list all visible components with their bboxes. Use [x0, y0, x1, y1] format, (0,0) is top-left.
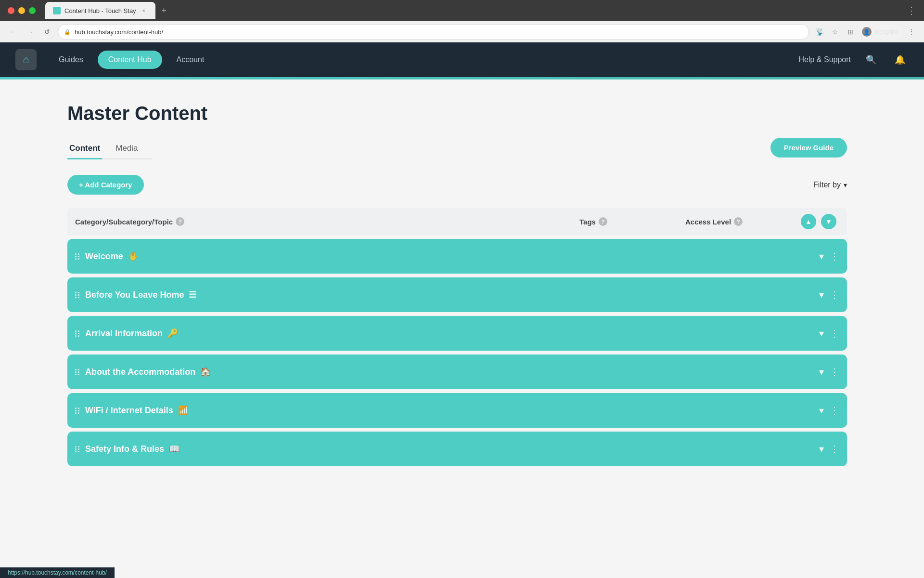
category-list: Welcome ✋ ▾ ⋮ Before You Leave Home ☰ [67, 239, 847, 466]
tab-media[interactable]: Media [114, 139, 140, 159]
category-more-before[interactable]: ⋮ [830, 289, 839, 301]
category-row-accommodation[interactable]: About the Accommodation 🏠 ▾ ⋮ [67, 355, 847, 389]
top-bar: + Add Category Filter by ▾ [67, 175, 847, 195]
filter-by-chevron-icon: ▾ [844, 181, 847, 189]
page-content: Master Content Content Media Preview Gui… [0, 79, 924, 489]
status-bar: https://hub.touchstay.com/content-hub/ [0, 567, 115, 578]
sort-buttons: ▲ ▼ [801, 214, 839, 229]
category-name-safety: Safety Info & Rules 📖 [85, 444, 819, 454]
col1-info-icon[interactable]: ? [176, 217, 184, 226]
category-row-welcome[interactable]: Welcome ✋ ▾ ⋮ [67, 239, 847, 274]
sort-up-button[interactable]: ▲ [801, 214, 816, 229]
status-bar-url: https://hub.touchstay.com/content-hub/ [8, 569, 107, 576]
filter-by-label: Filter by [813, 181, 841, 189]
preview-guide-button[interactable]: Preview Guide [770, 138, 847, 158]
nav-account[interactable]: Account [166, 51, 215, 69]
bookmark-button[interactable]: ☆ [828, 25, 842, 39]
minimize-window-button[interactable] [18, 7, 25, 14]
notifications-button[interactable]: 🔔 [891, 51, 909, 68]
incognito-badge: 👤 Incognito [859, 26, 903, 38]
forward-button[interactable]: → [23, 25, 37, 39]
browser-titlebar: Content Hub - Touch Stay × + ⋮ [0, 0, 924, 21]
back-button[interactable]: ← [6, 25, 19, 39]
category-more-accommodation[interactable]: ⋮ [830, 366, 839, 378]
add-category-button[interactable]: + Add Category [67, 175, 144, 195]
drag-handle-accommodation[interactable] [75, 369, 79, 375]
category-expand-before[interactable]: ▾ [819, 289, 824, 301]
address-bar[interactable]: 🔒 hub.touchstay.com/content-hub/ [58, 24, 809, 39]
col-header-tags: Tags ? [579, 217, 685, 226]
table-header: Category/Subcategory/Topic ? Tags ? Acce… [67, 208, 847, 235]
drag-handle-before[interactable] [75, 292, 79, 298]
col3-info-icon[interactable]: ? [734, 217, 743, 226]
category-more-arrival[interactable]: ⋮ [830, 328, 839, 339]
maximize-window-button[interactable] [29, 7, 36, 14]
category-row-safety[interactable]: Safety Info & Rules 📖 ▾ ⋮ [67, 432, 847, 466]
category-expand-accommodation[interactable]: ▾ [819, 366, 824, 378]
category-expand-welcome[interactable]: ▾ [819, 250, 824, 262]
filter-by-dropdown[interactable]: Filter by ▾ [813, 181, 847, 189]
browser-chrome: Content Hub - Touch Stay × + ⋮ ← → ↺ 🔒 h… [0, 0, 924, 578]
tab-title: Content Hub - Touch Stay [64, 7, 136, 14]
category-expand-wifi[interactable]: ▾ [819, 405, 824, 416]
drag-handle-arrival[interactable] [75, 330, 79, 337]
new-tab-button[interactable]: + [157, 4, 171, 17]
reload-button[interactable]: ↺ [40, 25, 54, 39]
category-more-wifi[interactable]: ⋮ [830, 405, 839, 416]
category-expand-safety[interactable]: ▾ [819, 443, 824, 455]
category-row-wifi[interactable]: WiFi / Internet Details 📶 ▾ ⋮ [67, 393, 847, 428]
col-header-category: Category/Subcategory/Topic ? [75, 217, 579, 226]
url-display: hub.touchstay.com/content-hub/ [75, 28, 803, 36]
browser-menu-button[interactable]: ⋮ [907, 5, 916, 16]
tab-content[interactable]: Content [67, 139, 102, 159]
arrival-icon: 🔑 [167, 328, 178, 339]
before-icon: ☰ [189, 289, 196, 300]
window-controls [8, 7, 36, 14]
lock-icon: 🔒 [64, 29, 71, 35]
category-more-safety[interactable]: ⋮ [830, 443, 839, 455]
nav-links: Guides Content Hub Account [48, 51, 798, 69]
close-window-button[interactable] [8, 7, 14, 14]
nav-guides[interactable]: Guides [48, 51, 94, 69]
incognito-label: Incognito [874, 28, 898, 35]
search-button[interactable]: 🔍 [862, 51, 880, 68]
category-expand-arrival[interactable]: ▾ [819, 328, 824, 339]
safety-icon: 📖 [169, 444, 180, 454]
accommodation-icon: 🏠 [200, 367, 211, 377]
browser-more-button[interactable]: ⋮ [905, 25, 918, 39]
content-tabs: Content Media [67, 139, 152, 159]
drag-handle-wifi[interactable] [75, 407, 79, 414]
col-header-access: Access Level ? [685, 217, 801, 226]
cast-button[interactable]: 📡 [813, 25, 826, 39]
active-tab[interactable]: Content Hub - Touch Stay × [45, 2, 155, 19]
page-title: Master Content [67, 103, 847, 124]
category-row-before-you-leave[interactable]: Before You Leave Home ☰ ▾ ⋮ [67, 277, 847, 312]
nav-right: Help & Support 🔍 🔔 [798, 51, 909, 68]
tab-close-button[interactable]: × [140, 7, 148, 14]
tab-bar: Content Hub - Touch Stay × + [45, 2, 901, 19]
category-name-arrival: Arrival Information 🔑 [85, 328, 819, 339]
toolbar-actions: 📡 ☆ ⊞ 👤 Incognito ⋮ [813, 25, 918, 39]
wifi-icon: 📶 [178, 405, 189, 416]
browser-toolbar: ← → ↺ 🔒 hub.touchstay.com/content-hub/ 📡… [0, 21, 924, 42]
main-nav: ⌂ Guides Content Hub Account Help & Supp… [0, 42, 924, 77]
nav-content-hub[interactable]: Content Hub [98, 51, 162, 69]
app-wrapper: ⌂ Guides Content Hub Account Help & Supp… [0, 42, 924, 578]
category-name-wifi: WiFi / Internet Details 📶 [85, 405, 819, 416]
extensions-button[interactable]: ⊞ [844, 25, 857, 39]
category-more-welcome[interactable]: ⋮ [830, 250, 839, 262]
drag-handle-safety[interactable] [75, 446, 79, 452]
welcome-icon: ✋ [128, 251, 139, 262]
logo[interactable]: ⌂ [15, 49, 37, 70]
sort-down-button[interactable]: ▼ [821, 214, 836, 229]
tab-favicon [53, 7, 61, 14]
category-name-welcome: Welcome ✋ [85, 251, 819, 262]
incognito-icon: 👤 [862, 27, 872, 37]
category-name-accommodation: About the Accommodation 🏠 [85, 367, 819, 377]
category-name-before: Before You Leave Home ☰ [85, 289, 819, 300]
col2-info-icon[interactable]: ? [599, 217, 607, 226]
drag-handle-welcome[interactable] [75, 253, 79, 260]
category-row-arrival[interactable]: Arrival Information 🔑 ▾ ⋮ [67, 316, 847, 351]
nav-help-support[interactable]: Help & Support [798, 55, 851, 64]
